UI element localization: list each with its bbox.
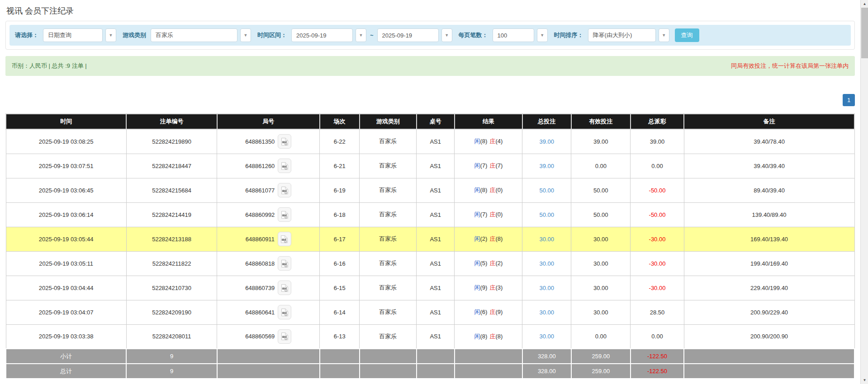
total-label: 总计 [6, 364, 126, 379]
result-player-score: (5) [480, 260, 487, 267]
cell-result: 闲(7)庄(7) [455, 154, 522, 178]
cell-total-bet[interactable]: 39.00 [522, 129, 571, 154]
chevron-down-icon[interactable]: ▼ [356, 28, 366, 42]
cell-empty [455, 349, 522, 364]
subtotal-payout: -122.50 [631, 349, 684, 364]
result-banker-score: (3) [495, 284, 503, 291]
game-type-value: 百家乐 [156, 31, 173, 39]
cell-empty [455, 364, 522, 379]
game-type-select[interactable]: 百家乐 [151, 28, 237, 42]
cell-remark: 139.40/89.40 [684, 202, 854, 227]
cell-game-type: 百家乐 [360, 276, 417, 300]
video-replay-button[interactable] [278, 183, 291, 197]
date-from-value: 2025-09-19 [296, 32, 327, 39]
round-number: 648860911 [246, 236, 275, 243]
cell-total-bet[interactable]: 39.00 [522, 154, 571, 178]
cell-time: 2025-09-19 03:06:45 [6, 178, 126, 202]
cell-table-no: AS1 [417, 324, 455, 349]
cell-game-type: 百家乐 [360, 251, 417, 276]
cell-empty [417, 349, 455, 364]
table-row: 2025-09-19 03:05:44 522824213188 6488609… [6, 227, 854, 251]
valid-bet-note: 同局有效投注，统一计算在该局第一张注单内 [731, 62, 849, 70]
cell-game-type: 百家乐 [360, 154, 417, 178]
page-size-select[interactable]: 100 [493, 28, 534, 42]
subtotal-label: 小计 [6, 349, 126, 364]
bet-records-table: 时间 注单编号 局号 场次 游戏类别 桌号 结果 总投注 有效投注 总派彩 备注… [5, 113, 855, 379]
cell-total-bet[interactable]: 50.00 [522, 178, 571, 202]
cell-table-no: AS1 [417, 227, 455, 251]
content-area: 视讯 会员下注纪录 请选择： 日期查询 ▼ 游戏类别 百家乐 ▼ 时间区间： 2… [0, 0, 860, 379]
video-replay-button[interactable] [278, 256, 291, 271]
cell-total-bet[interactable]: 30.00 [522, 276, 571, 300]
cell-time: 2025-09-19 03:06:14 [6, 202, 126, 227]
vertical-scrollbar[interactable]: ▲ ▼ [860, 0, 868, 384]
cell-total-bet[interactable]: 30.00 [522, 251, 571, 276]
video-file-icon [281, 308, 289, 317]
cell-total-bet[interactable]: 30.00 [522, 324, 571, 349]
cell-result: 闲(7)庄(0) [455, 202, 522, 227]
cell-bet-id: 522824215684 [126, 178, 217, 202]
video-replay-button[interactable] [278, 159, 291, 173]
cell-valid-bet: 30.00 [571, 300, 631, 324]
cell-valid-bet: 0.00 [571, 154, 631, 178]
round-number: 648860569 [245, 333, 275, 340]
cell-session: 6-17 [320, 227, 360, 251]
date-to-input[interactable]: 2025-09-19 [377, 28, 439, 42]
video-replay-button[interactable] [278, 329, 291, 344]
video-file-icon [281, 284, 289, 292]
cell-bet-id: 522824209190 [126, 300, 217, 324]
video-file-icon [281, 211, 289, 219]
cell-result: 闲(2)庄(8) [455, 227, 522, 251]
date-from-input[interactable]: 2025-09-19 [291, 28, 353, 42]
scroll-down-icon[interactable]: ▼ [861, 376, 868, 384]
chevron-down-icon[interactable]: ▼ [537, 28, 548, 42]
cell-remark: 199.40/169.40 [684, 251, 854, 276]
cell-round: 648860911 [217, 227, 320, 251]
cell-round: 648860992 [217, 202, 320, 227]
table-row: 2025-09-19 03:06:45 522824215684 6488610… [6, 178, 854, 202]
video-replay-button[interactable] [278, 281, 291, 295]
round-number: 648860739 [245, 285, 275, 291]
page-number-button[interactable]: 1 [843, 94, 855, 106]
cell-result: 闲(5)庄(2) [455, 251, 522, 276]
cell-empty [217, 364, 320, 379]
scroll-up-icon[interactable]: ▲ [861, 0, 868, 8]
chevron-down-icon[interactable]: ▼ [659, 28, 669, 42]
cell-game-type: 百家乐 [360, 227, 417, 251]
cell-empty [320, 349, 360, 364]
cell-session: 6-18 [320, 202, 360, 227]
cell-total-bet[interactable]: 30.00 [522, 300, 571, 324]
time-range-label: 时间区间： [257, 31, 287, 39]
video-replay-button[interactable] [278, 305, 291, 319]
cell-round: 648861260 [217, 154, 320, 178]
chevron-down-icon[interactable]: ▼ [105, 28, 116, 42]
date-range-separator: ~ [370, 32, 374, 39]
result-player-score: (7) [480, 162, 487, 169]
header-round: 局号 [217, 114, 320, 129]
result-player-score: (8) [480, 138, 487, 145]
cell-payout: -50.00 [631, 178, 684, 202]
chevron-down-icon[interactable]: ▼ [240, 28, 251, 42]
header-total-bet: 总投注 [522, 114, 571, 129]
result-player-label: 闲 [474, 162, 480, 169]
scrollbar-thumb[interactable] [861, 8, 868, 58]
filter-panel: 请选择： 日期查询 ▼ 游戏类别 百家乐 ▼ 时间区间： 2025-09-19 … [5, 21, 855, 50]
query-type-select[interactable]: 日期查询 [43, 28, 103, 42]
cell-remark: 89.40/39.40 [684, 178, 854, 202]
video-replay-button[interactable] [278, 232, 291, 246]
video-replay-button[interactable] [278, 134, 291, 149]
cell-game-type: 百家乐 [360, 178, 417, 202]
result-banker-label: 庄 [489, 333, 495, 340]
cell-result: 闲(8)庄(8) [455, 324, 522, 349]
result-banker-label: 庄 [489, 284, 495, 291]
time-sort-select[interactable]: 降幂(由大到小) [588, 28, 656, 42]
search-button[interactable]: 查询 [675, 28, 699, 42]
cell-valid-bet: 39.00 [571, 129, 631, 154]
cell-total-bet[interactable]: 50.00 [522, 202, 571, 227]
table-row: 2025-09-19 03:07:51 522824218447 6488612… [6, 154, 854, 178]
cell-session: 6-22 [320, 129, 360, 154]
video-replay-button[interactable] [278, 207, 291, 222]
cell-total-bet[interactable]: 30.00 [522, 227, 571, 251]
chevron-down-icon[interactable]: ▼ [441, 28, 452, 42]
cell-time: 2025-09-19 03:04:07 [6, 300, 126, 324]
